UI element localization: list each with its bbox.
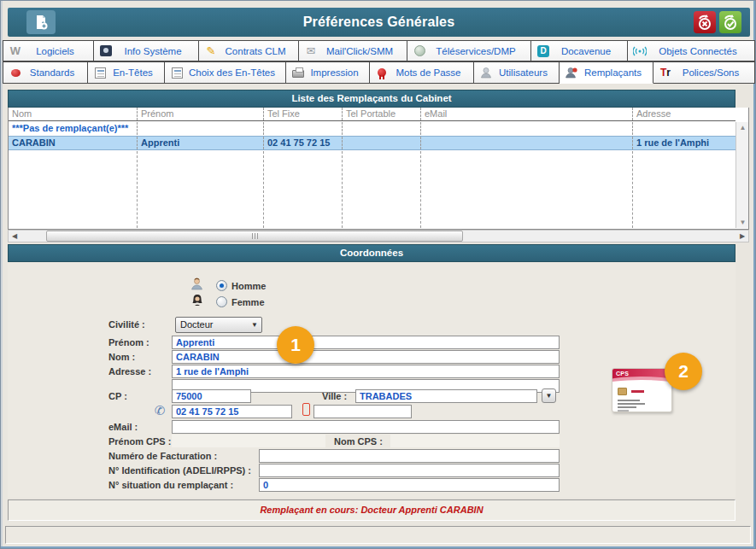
- cancel-icon: [696, 14, 713, 31]
- current-remplacant-status: Remplaçant en cours: Docteur Apprenti CA…: [8, 499, 735, 521]
- table-section-title: Liste des Remplaçants du Cabinet: [8, 90, 735, 108]
- tab-remplacants[interactable]: Remplaçants: [560, 61, 653, 84]
- user-replacement-icon: [565, 66, 578, 79]
- scroll-right-arrow[interactable]: ▶: [736, 231, 748, 242]
- title-bar: Préférences Générales: [8, 8, 750, 37]
- table-row-selected[interactable]: CARABIN Apprenti 02 41 75 72 15 1 rue de…: [9, 136, 735, 150]
- column-header-adresse[interactable]: Adresse: [633, 108, 735, 120]
- situation-label: N° situation du remplaçant :: [108, 480, 233, 490]
- pencil-icon: ✎: [204, 44, 218, 58]
- wireless-icon: [633, 44, 647, 58]
- facturation-input[interactable]: [259, 449, 560, 463]
- prenom-input[interactable]: Apprenti: [172, 336, 560, 349]
- scroll-up-arrow[interactable]: ▲: [736, 122, 749, 133]
- tab-contrats-clm[interactable]: ✎ Contrats CLM: [199, 40, 299, 61]
- ville-input[interactable]: TRABADES: [355, 389, 537, 403]
- scroll-down-arrow[interactable]: ▼: [736, 217, 749, 228]
- validate-icon: [722, 14, 739, 31]
- tab-teleservices-dmp[interactable]: Téléservices/DMP: [407, 40, 531, 61]
- tab-standards[interactable]: Standards: [3, 61, 88, 84]
- cp-input[interactable]: 75000: [172, 389, 251, 403]
- homme-label: Homme: [231, 281, 266, 291]
- tel-portable-input[interactable]: [314, 405, 412, 418]
- validate-button[interactable]: [719, 11, 741, 33]
- woman-icon: [191, 294, 203, 310]
- window-title: Préférences Générales: [8, 15, 750, 30]
- scroll-left-arrow[interactable]: ◀: [9, 231, 21, 242]
- column-header-email[interactable]: eMail: [421, 108, 633, 120]
- tab-impression[interactable]: Impression: [286, 61, 370, 84]
- man-icon: [190, 277, 203, 294]
- user-icon: [479, 66, 493, 79]
- letterhead-icon: [93, 66, 107, 79]
- table-empty-area: [9, 151, 735, 228]
- w-icon: W: [9, 44, 22, 58]
- status-bar: [5, 526, 751, 544]
- situation-input[interactable]: 0: [259, 478, 560, 492]
- femme-label: Femme: [231, 297, 265, 307]
- new-document-button[interactable]: [26, 10, 56, 34]
- prenom-cps-label: Prénom CPS :: [108, 436, 171, 447]
- column-header-tel-portable[interactable]: Tel Portable: [343, 108, 421, 120]
- cancel-button[interactable]: [694, 11, 716, 33]
- printer-icon: [291, 66, 305, 79]
- radio-femme[interactable]: [216, 296, 227, 307]
- tab-logiciels[interactable]: W Logiciels: [3, 40, 94, 61]
- tab-polices-sons[interactable]: Tr Polices/Sons: [653, 61, 755, 84]
- tel-fixe-input[interactable]: 02 41 75 72 15: [172, 405, 292, 418]
- nom-cps-label: Nom CPS :: [334, 436, 383, 447]
- scrollbar-thumb[interactable]: [46, 231, 463, 242]
- column-header-tel-fixe[interactable]: Tel Fixe: [264, 108, 343, 120]
- table-horizontal-scrollbar[interactable]: ◀ ▶: [8, 230, 749, 242]
- cp-label: CP :: [108, 391, 127, 401]
- email-input[interactable]: [172, 420, 560, 434]
- cps-card-image: CPS: [612, 368, 672, 412]
- docavenue-icon: D: [536, 44, 550, 58]
- tab-info-systeme[interactable]: Info Système: [94, 40, 199, 61]
- tab-choix-en-tetes[interactable]: Choix des En-Têtes: [165, 61, 286, 84]
- phone-icon: ✆: [155, 403, 166, 418]
- prenom-label: Prénom :: [108, 337, 149, 348]
- tab-row-secondary: Standards En-Têtes Choix des En-Têtes Im…: [3, 61, 755, 84]
- chevron-down-icon: ▼: [251, 321, 258, 329]
- email-label: eMail :: [108, 422, 138, 432]
- tab-en-tetes[interactable]: En-Têtes: [88, 61, 165, 84]
- tab-objets-connectes[interactable]: Objets Connectés: [628, 40, 755, 61]
- tab-mots-de-passe[interactable]: Mots de Passe: [370, 61, 474, 84]
- cps-card-brand: CPS: [616, 371, 629, 377]
- font-icon: Tr: [659, 66, 672, 79]
- adresse-input[interactable]: 1 rue de l'Amphi: [172, 365, 560, 378]
- column-header-prenom[interactable]: Prénom: [138, 108, 264, 120]
- civilite-label: Civilité :: [108, 319, 145, 330]
- column-header-nom[interactable]: Nom: [9, 108, 138, 120]
- mobile-phone-icon: [302, 403, 310, 416]
- system-info-icon: [99, 44, 113, 58]
- letterhead-icon: [170, 66, 184, 79]
- tab-docavenue[interactable]: D Docavenue: [531, 40, 628, 61]
- facturation-label: Numéro de Facturation :: [108, 451, 217, 461]
- remplacants-table: Nom Prénom Tel Fixe Tel Portable eMail A…: [8, 108, 749, 230]
- table-vertical-scrollbar[interactable]: ▲ ▼: [735, 122, 748, 228]
- table-row[interactable]: ***Pas de remplaçant(e)***: [9, 122, 735, 135]
- prenom-cps-value: [172, 435, 325, 447]
- nom-label: Nom :: [108, 352, 135, 362]
- nom-cps-value: [390, 435, 560, 447]
- tab-row-primary: W Logiciels Info Système ✎ Contrats CLM …: [3, 40, 755, 61]
- ville-dropdown-button[interactable]: ▼: [542, 388, 556, 403]
- preferences-window: Préférences Générales W Logiciels: [0, 0, 756, 549]
- radio-homme[interactable]: [216, 280, 227, 291]
- identification-label: N° Identification (ADELI/RPPS) :: [108, 465, 251, 476]
- ribbon-icon: [375, 66, 389, 79]
- globe-icon: [413, 44, 426, 58]
- tab-mailclick-smm[interactable]: ✉ Mail'Click/SMM: [299, 40, 407, 61]
- identification-input[interactable]: [259, 464, 560, 477]
- mail-icon: ✉: [304, 44, 318, 58]
- tab-utilisateurs[interactable]: Utilisateurs: [474, 61, 560, 84]
- ville-label: Ville :: [322, 391, 347, 401]
- annotation-badge-2: 2: [665, 353, 702, 390]
- civilite-dropdown[interactable]: Docteur ▼: [175, 317, 262, 333]
- cps-card-chip: [618, 388, 627, 395]
- coordonnees-section-title: Coordonnées: [8, 244, 735, 262]
- nom-input[interactable]: CARABIN: [172, 350, 560, 364]
- red-dot-icon: [9, 66, 22, 79]
